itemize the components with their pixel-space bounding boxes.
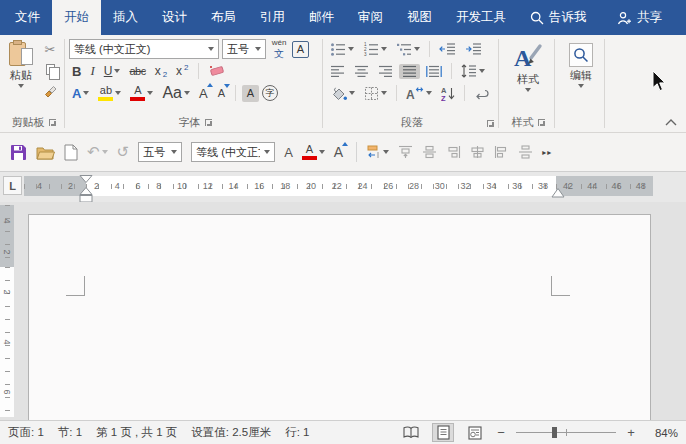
zoom-level[interactable]: 84%	[646, 427, 678, 439]
shrink-font-button[interactable]: A	[215, 86, 229, 100]
clipboard-dialog-launcher[interactable]	[49, 119, 56, 126]
font-color-button[interactable]: A	[127, 84, 156, 102]
strikethrough-button[interactable]: abc	[126, 64, 148, 78]
new-document-button[interactable]	[64, 144, 78, 161]
tab-file[interactable]: 文件	[3, 0, 52, 35]
qat-font-size-select[interactable]: 五号	[138, 142, 182, 162]
character-shading-button[interactable]: A	[242, 85, 259, 102]
align-middle-button-disabled[interactable]	[422, 145, 437, 159]
clipboard-group-label: 剪贴板	[12, 115, 45, 130]
collapse-ribbon-button[interactable]	[665, 119, 677, 126]
enclose-characters-button[interactable]: 字	[262, 85, 278, 101]
zoom-in-button[interactable]: +	[626, 425, 636, 440]
format-painter-button[interactable]	[40, 80, 60, 98]
highlight-color-button[interactable]: ab	[95, 84, 124, 102]
show-hide-marks-button[interactable]	[471, 86, 492, 101]
align-top-button-disabled[interactable]	[398, 145, 413, 159]
align-center-button[interactable]	[351, 64, 372, 79]
decrease-indent-button[interactable]	[436, 41, 459, 57]
qat-font-button[interactable]: A	[284, 145, 293, 160]
shading-button[interactable]	[327, 85, 358, 102]
align-right-edge-button-disabled[interactable]	[446, 145, 461, 159]
align-left-button[interactable]	[327, 64, 348, 79]
toolbar-overflow-button[interactable]: ▸▸	[542, 148, 552, 157]
align-left-icon	[330, 65, 345, 78]
sort-button[interactable]: AZ	[438, 85, 458, 102]
paste-button[interactable]: 粘贴	[4, 38, 38, 98]
qat-font-name-select[interactable]: 等线 (中文正文)	[191, 142, 275, 162]
status-page-number[interactable]: 页面: 1	[8, 425, 44, 440]
align-left-edge-button-disabled[interactable]	[494, 145, 509, 159]
subscript-button[interactable]: x2	[152, 63, 170, 79]
font-dialog-launcher[interactable]	[205, 119, 212, 126]
copy-button[interactable]	[40, 60, 60, 78]
dropdown-arrow-icon	[426, 91, 432, 95]
underline-button[interactable]: U	[101, 63, 124, 79]
character-border-button[interactable]: A	[292, 41, 309, 58]
read-mode-button[interactable]	[400, 423, 422, 442]
justify-button[interactable]	[399, 64, 420, 79]
paragraph-dialog-launcher[interactable]	[487, 120, 494, 127]
ruler-number: 38	[538, 181, 548, 191]
line-spacing-button[interactable]	[458, 63, 488, 79]
bullets-button[interactable]	[327, 41, 357, 58]
clear-formatting-button[interactable]	[205, 63, 228, 79]
status-vertical-position[interactable]: 设置值: 2.5厘米	[191, 425, 271, 440]
share-button[interactable]: 共享	[605, 0, 674, 35]
italic-button[interactable]: I	[87, 62, 97, 80]
center-horizontal-button-disabled[interactable]	[470, 145, 485, 159]
zoom-slider[interactable]	[516, 426, 616, 439]
save-button[interactable]	[10, 144, 27, 161]
tab-design[interactable]: 设计	[150, 0, 199, 35]
tell-me-box[interactable]: 告诉我	[518, 0, 599, 35]
undo-button[interactable]: ↶	[87, 143, 108, 161]
status-page-of[interactable]: 第 1 页 , 共 1 页	[96, 425, 177, 440]
increase-indent-button[interactable]	[462, 41, 485, 57]
document-page[interactable]	[28, 214, 651, 422]
borders-button[interactable]	[361, 85, 390, 102]
align-right-button[interactable]	[375, 64, 396, 79]
status-line-number[interactable]: 行: 1	[285, 425, 309, 440]
change-case-button[interactable]: Aa	[159, 83, 193, 103]
tab-view[interactable]: 视图	[395, 0, 444, 35]
right-indent-marker[interactable]	[551, 188, 565, 198]
bold-button[interactable]: B	[69, 63, 84, 80]
qat-font-color-button[interactable]: A	[302, 144, 325, 160]
numbering-button[interactable]: 123	[360, 41, 390, 58]
tab-mailings[interactable]: 邮件	[297, 0, 346, 35]
ruler-number: 36	[512, 181, 522, 191]
redo-button[interactable]: ↺	[117, 143, 130, 161]
share-label: 共享	[637, 9, 662, 26]
pinyin-guide-button[interactable]: wén文	[269, 38, 289, 60]
asian-layout-button[interactable]: A	[403, 85, 435, 101]
vertical-ruler[interactable]: 42 246	[0, 205, 14, 417]
distribute-button[interactable]	[423, 64, 445, 79]
status-section[interactable]: 节: 1	[58, 425, 82, 440]
web-layout-button[interactable]	[464, 423, 486, 442]
styles-dialog-launcher[interactable]	[538, 119, 545, 126]
tab-insert[interactable]: 插入	[101, 0, 150, 35]
zoom-slider-handle[interactable]	[552, 427, 557, 438]
distribute-vertical-button-disabled[interactable]	[518, 145, 533, 159]
indent-markers[interactable]	[79, 175, 93, 203]
tab-layout[interactable]: 布局	[199, 0, 248, 35]
tab-review[interactable]: 审阅	[346, 0, 395, 35]
font-size-select[interactable]: 五号	[222, 39, 266, 59]
qat-indent-button[interactable]	[366, 145, 389, 159]
tab-references[interactable]: 引用	[248, 0, 297, 35]
text-effects-button[interactable]: A	[69, 85, 92, 102]
open-button[interactable]	[36, 145, 55, 160]
zoom-out-button[interactable]: −	[496, 425, 506, 440]
tab-stop-selector[interactable]: L	[3, 176, 22, 195]
tab-developer[interactable]: 开发工具	[444, 0, 518, 35]
print-layout-button[interactable]	[432, 423, 454, 442]
font-name-select[interactable]: 等线 (中文正文)	[69, 39, 219, 59]
multilevel-list-button[interactable]	[393, 41, 423, 58]
qat-grow-font-button[interactable]: A	[334, 144, 347, 160]
cut-button[interactable]: ✂	[40, 40, 60, 58]
superscript-button[interactable]: x2	[173, 63, 191, 79]
styles-button[interactable]: A 样式	[503, 38, 553, 114]
editing-button[interactable]: 编辑	[559, 38, 603, 114]
tab-home[interactable]: 开始	[52, 0, 101, 35]
grow-font-button[interactable]: A	[196, 85, 212, 102]
